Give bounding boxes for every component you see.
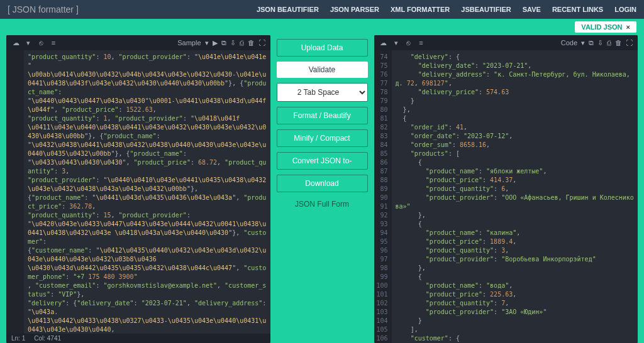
copy-icon[interactable]: ⧉ <box>589 39 594 47</box>
valid-json-text: VALID JSON <box>581 23 622 31</box>
right-toolbar: ☁ ▾ ⎋ ≡ Code ▾ ⧉ ⇩ ⎙ 🗑 ⛶ <box>374 35 638 50</box>
left-panel: ☁ ▾ ⎋ ≡ Sample ▾ ▶ ⧉ ⇩ ⎙ 🗑 ⛶ <box>6 35 270 343</box>
format-button[interactable]: Format / Beautify <box>277 107 368 124</box>
nav-item[interactable]: SAVE <box>523 6 541 13</box>
nav-item[interactable]: XML FORMATTER <box>391 6 450 13</box>
play-icon[interactable]: ▶ <box>213 39 218 47</box>
left-gutter <box>6 50 24 334</box>
upload-button[interactable]: Upload Data <box>277 39 368 57</box>
json-full-form-link[interactable]: JSON Full Form <box>277 200 368 209</box>
code-label[interactable]: Code <box>561 39 577 46</box>
copy-icon[interactable]: ⧉ <box>221 39 226 47</box>
cloud-icon[interactable]: ☁ <box>379 38 388 47</box>
print-icon[interactable]: ⎙ <box>240 39 244 46</box>
nav-item[interactable]: RECENT LINKS <box>552 6 603 13</box>
nav: JSON BEAUTIFIERJSON PARSERXML FORMATTERJ… <box>257 6 636 13</box>
expand-icon[interactable]: ⛶ <box>626 39 633 46</box>
valid-json-badge: VALID JSON × <box>575 21 636 33</box>
menu-icon[interactable]: ≡ <box>49 38 58 47</box>
cloud-icon[interactable]: ☁ <box>11 38 20 47</box>
left-toolbar: ☁ ▾ ⎋ ≡ Sample ▾ ▶ ⧉ ⇩ ⎙ 🗑 ⛶ <box>6 35 270 50</box>
status-col: Col: 4741 <box>34 335 61 342</box>
nav-item[interactable]: JSON PARSER <box>330 6 379 13</box>
status-ln: Ln: 1 <box>11 335 25 342</box>
download-button[interactable]: Download <box>277 175 368 192</box>
main: ☁ ▾ ⎋ ≡ Sample ▾ ▶ ⧉ ⇩ ⎙ 🗑 ⛶ <box>0 35 644 343</box>
logo: [ JSON formatter ] <box>8 4 79 14</box>
minify-button[interactable]: Minify / Compact <box>277 129 368 147</box>
validate-button[interactable]: Validate <box>277 62 368 78</box>
close-icon[interactable]: × <box>626 23 630 31</box>
center-column: Upload Data Validate 2 Tab Space Format … <box>277 35 368 343</box>
trash-icon[interactable]: 🗑 <box>248 39 255 46</box>
left-editor[interactable]: "product_quantity": 10, "product_provide… <box>6 50 270 334</box>
right-gutter: 7475767778798081828384858687888990919293… <box>374 50 392 343</box>
chevron-down-icon[interactable]: ▾ <box>581 39 585 47</box>
right-panel: ☁ ▾ ⎋ ≡ Code ▾ ⧉ ⇩ ⎙ 🗑 ⛶ 747576777879808… <box>374 35 638 343</box>
nav-item[interactable]: JSON BEAUTIFIER <box>257 6 319 13</box>
link-icon[interactable]: ⎋ <box>36 38 45 47</box>
link-icon[interactable]: ⎋ <box>404 38 413 47</box>
left-code[interactable]: "product_quantity": 10, "product_provide… <box>24 50 270 334</box>
tab-space-select[interactable]: 2 Tab Space <box>277 83 368 102</box>
download-icon[interactable]: ⇩ <box>597 39 603 47</box>
topbar: [ JSON formatter ] JSON BEAUTIFIERJSON P… <box>0 0 644 19</box>
nav-item[interactable]: LOGIN <box>614 6 636 13</box>
nav-item[interactable]: JSBEAUTIFIER <box>461 6 511 13</box>
sample-label[interactable]: Sample <box>177 39 201 46</box>
filter-icon[interactable]: ▾ <box>392 38 401 47</box>
right-code[interactable]: "delivery": { "delivery_date": "2023-07-… <box>392 50 638 343</box>
download-icon[interactable]: ⇩ <box>230 39 236 47</box>
expand-icon[interactable]: ⛶ <box>258 39 265 46</box>
print-icon[interactable]: ⎙ <box>607 39 611 46</box>
chevron-down-icon[interactable]: ▾ <box>205 39 209 47</box>
right-editor[interactable]: 7475767778798081828384858687888990919293… <box>374 50 638 343</box>
badge-row: VALID JSON × <box>0 19 644 35</box>
menu-icon[interactable]: ≡ <box>417 38 426 47</box>
trash-icon[interactable]: 🗑 <box>615 39 622 46</box>
left-statusbar: Ln: 1 Col: 4741 <box>6 334 270 343</box>
filter-icon[interactable]: ▾ <box>24 38 33 47</box>
convert-button[interactable]: Convert JSON to- <box>277 152 368 170</box>
